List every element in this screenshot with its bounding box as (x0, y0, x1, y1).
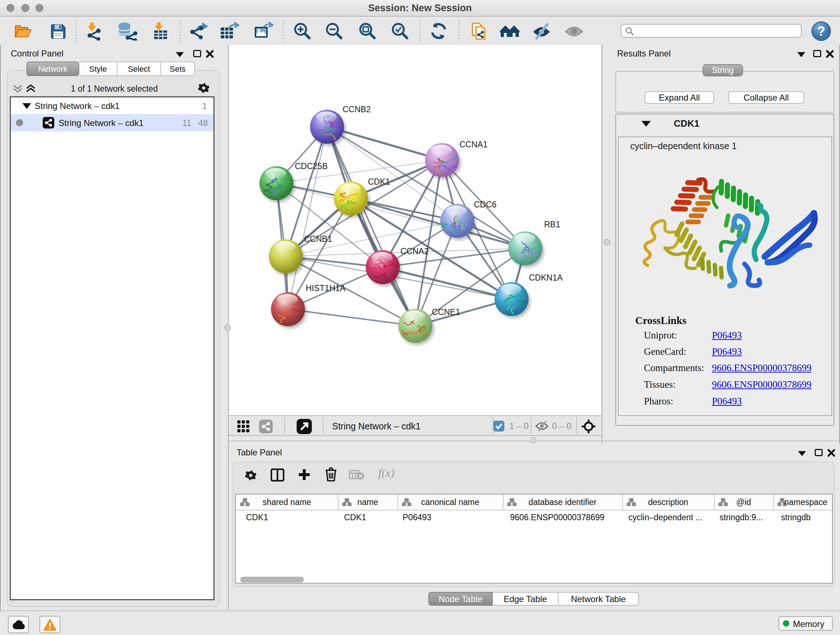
svg-text:CDKN1A: CDKN1A (529, 273, 563, 282)
svg-text:CCNB1: CCNB1 (304, 234, 332, 244)
svg-text:RB1: RB1 (544, 220, 561, 229)
svg-text:CCNA2: CCNA2 (401, 247, 429, 256)
svg-text:CDC25B: CDC25B (295, 162, 328, 171)
svg-text:CDK1: CDK1 (368, 177, 390, 187)
svg-text:CCNE1: CCNE1 (432, 307, 460, 317)
svg-text:?: ? (817, 24, 825, 39)
svg-text:CDC6: CDC6 (474, 200, 497, 209)
svg-text:CCNB2: CCNB2 (343, 105, 371, 114)
svg-text:HIST1H1A: HIST1H1A (306, 283, 346, 293)
svg-text:CCNA1: CCNA1 (459, 140, 488, 149)
